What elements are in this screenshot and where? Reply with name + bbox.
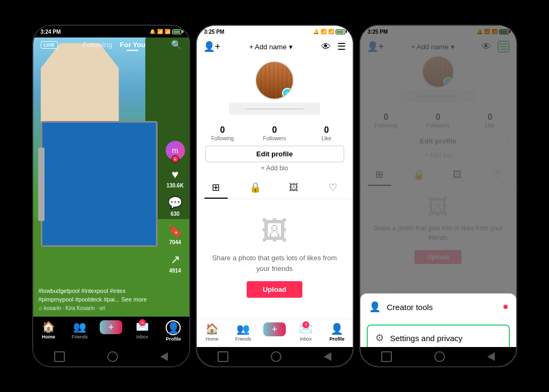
tab-liked[interactable]: ♡	[314, 176, 353, 199]
status-icons-1: 🔔 📶 📶	[150, 29, 182, 34]
add-bio-button[interactable]: + Add bio	[197, 164, 353, 172]
android-nav-3	[360, 347, 516, 366]
header-right-icons: 👁 ☰	[321, 41, 346, 52]
for-you-tab[interactable]: For You	[120, 41, 146, 49]
share-button[interactable]: ↗ 4914	[169, 253, 181, 274]
nav-inbox-2[interactable]: ✉️ Inbox 5	[290, 322, 321, 342]
like-button[interactable]: ♥ 130.6K	[166, 168, 183, 189]
profile-content: + ────────────── 0 Following 0 Followers	[197, 56, 353, 319]
search-icon[interactable]: 🔍	[171, 40, 182, 50]
house-visual	[41, 43, 119, 126]
profile-avatar[interactable]: +	[255, 61, 294, 100]
time-display-2: 3:25 PM	[204, 29, 225, 35]
settings-label: Settings and privacy	[390, 334, 463, 343]
upload-button[interactable]: Upload	[247, 281, 302, 298]
nav-home-2[interactable]: 🏠 Home	[197, 322, 228, 342]
nav-create[interactable]: +	[95, 320, 127, 342]
profile-tabs: ⊞ 🔒 🖼 ♡	[197, 176, 353, 199]
creator-avatar[interactable]: m +	[166, 141, 185, 160]
profile-icon: 👤	[167, 321, 180, 334]
upload-area: 🖼 Share a photo that gets lots of likes …	[197, 199, 353, 314]
battery-fill-1	[173, 31, 180, 33]
likes-stat: 0 Like	[301, 125, 353, 141]
video-actions: m + ♥ 130.6K 💬 630 🔖 7044	[166, 141, 185, 274]
android-square-btn[interactable]	[54, 351, 65, 362]
nav-home[interactable]: 🏠 Home	[33, 320, 64, 342]
tab-photos[interactable]: 🖼	[274, 176, 314, 199]
home-label: Home	[42, 334, 55, 340]
home-label-2: Home	[206, 336, 219, 342]
like-count: 130.6K	[166, 183, 183, 189]
add-name-button[interactable]: + Add name ▾	[249, 43, 293, 51]
live-badge[interactable]: LIVE	[41, 41, 58, 49]
chevron-down-icon: ▾	[289, 43, 293, 51]
video-area[interactable]: m + ♥ 130.6K 💬 630 🔖 7044	[33, 37, 189, 316]
nav-profile[interactable]: 👤 Profile	[158, 320, 189, 342]
phone-screen-3: 3:25 PM 🔔 📶 📶 👤+ + Add name ▾	[359, 25, 517, 367]
creator-tools-label: Creator tools	[387, 303, 433, 312]
friends-label-2: Friends	[235, 336, 251, 342]
edit-profile-button[interactable]: Edit profile	[205, 146, 344, 162]
android-back-btn-2[interactable]	[324, 352, 331, 361]
create-button-2[interactable]: +	[263, 322, 286, 336]
friends-icon: 👥	[73, 320, 86, 333]
notification-dot	[503, 305, 508, 309]
eye-icon[interactable]: 👁	[321, 41, 331, 52]
battery-1	[172, 29, 182, 34]
tab-videos[interactable]: ⊞	[197, 176, 236, 199]
phone-screen-2: 3:25 PM 🔔 📶 📶 👤+ + Add name ▾	[196, 25, 354, 367]
avatar-section: + ──────────────	[197, 61, 353, 121]
avatar-upload-button[interactable]: +	[282, 88, 293, 99]
followers-label: Followers	[263, 135, 286, 141]
feed-nav: Following For You	[83, 41, 146, 49]
profile-menu-screen: 3:25 PM 🔔 📶 📶 👤+ + Add name ▾	[360, 26, 516, 366]
android-square-btn-3[interactable]	[381, 351, 392, 362]
followers-count: 0	[272, 125, 277, 135]
likes-count: 0	[324, 125, 329, 135]
feed-screen: 3:24 PM 🔔 📶 📶 LIVE Following For You �	[33, 26, 189, 366]
bookmark-icon: 🔖	[168, 224, 182, 238]
following-tab[interactable]: Following	[83, 41, 113, 49]
creator-tools-icon: 👤	[369, 301, 381, 313]
heart-icon: ♥	[172, 168, 179, 182]
add-person-icon[interactable]: 👤+	[203, 41, 221, 52]
comment-icon: 💬	[168, 196, 182, 210]
following-stat: 0 Following	[197, 125, 249, 141]
bottom-nav-1: 🏠 Home 👥 Friends + ✉️ Inbox 4 👤	[33, 316, 189, 347]
nav-profile-2[interactable]: 👤 Profile	[321, 322, 352, 342]
profile-label: Profile	[166, 336, 181, 342]
upload-description: Share a photo that gets lots of likes fr…	[207, 253, 342, 274]
stats-row: 0 Following 0 Followers 0 Like	[197, 125, 353, 141]
nav-inbox[interactable]: ✉️ Inbox 4	[127, 320, 158, 342]
profile-label-2: Profile	[329, 336, 344, 342]
android-square-btn-2[interactable]	[218, 351, 228, 362]
follow-plus-icon[interactable]: +	[172, 155, 179, 163]
add-name-label: + Add name	[249, 43, 287, 51]
create-button[interactable]: +	[100, 320, 122, 334]
settings-icon: ⚙	[375, 332, 384, 344]
username-display: ──────────────	[229, 103, 320, 115]
status-icons-2: 🔔 📶 📶	[313, 29, 345, 34]
profile-screen: 3:25 PM 🔔 📶 📶 👤+ + Add name ▾	[197, 26, 353, 366]
comment-button[interactable]: 💬 630	[168, 196, 182, 217]
android-circle-btn-3[interactable]	[434, 351, 445, 362]
following-count: 0	[220, 125, 225, 135]
android-circle-btn[interactable]	[107, 351, 118, 362]
profile-header: 👤+ + Add name ▾ 👁 ☰	[197, 37, 353, 56]
nav-create-2[interactable]: +	[259, 322, 290, 342]
android-nav-2	[197, 347, 353, 366]
bookmark-button[interactable]: 🔖 7044	[168, 224, 182, 245]
battery-fill-2	[337, 31, 344, 33]
android-circle-btn-2[interactable]	[271, 351, 281, 362]
creator-tools-item[interactable]: 👤 Creator tools	[360, 293, 516, 320]
menu-icon[interactable]: ☰	[337, 41, 346, 52]
tab-locked[interactable]: 🔒	[235, 176, 274, 199]
time-display-1: 3:24 PM	[41, 29, 61, 35]
pool-frame	[38, 147, 44, 221]
nav-friends[interactable]: 👥 Friends	[64, 320, 95, 342]
nav-friends-2[interactable]: 👥 Friends	[228, 322, 259, 342]
android-back-btn[interactable]	[160, 352, 168, 361]
android-back-btn-3[interactable]	[487, 352, 495, 361]
inbox-label-2: Inbox	[300, 336, 311, 342]
friends-label: Friends	[72, 334, 88, 340]
